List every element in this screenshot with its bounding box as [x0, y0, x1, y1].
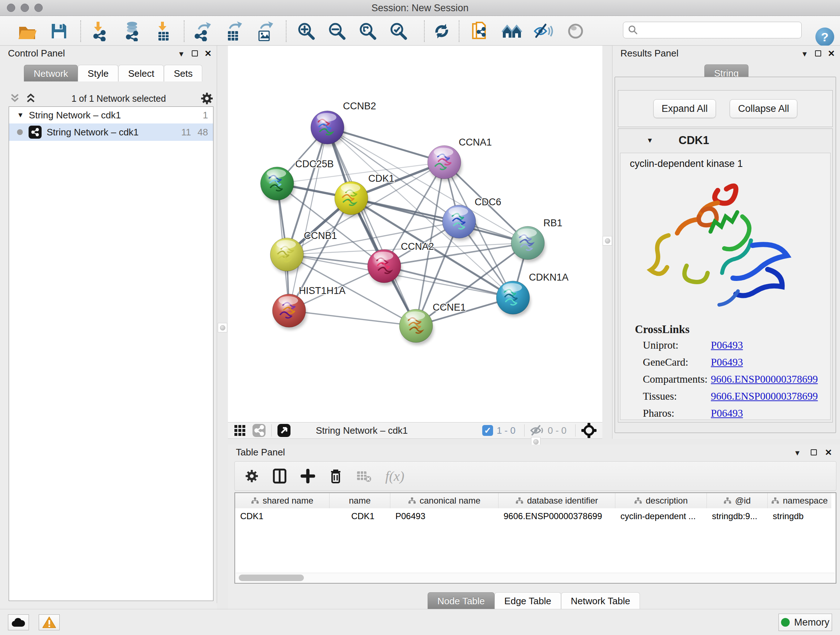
network-collection-row[interactable]: ▼ String Network – cdk1 1	[9, 107, 213, 124]
panel-collapse-icon[interactable]: ▼	[178, 50, 185, 58]
panel-close-icon[interactable]: ✕	[204, 49, 212, 59]
refresh-view-button[interactable]	[431, 21, 452, 42]
vertical-splitter-left[interactable]	[217, 46, 228, 609]
tab-select[interactable]: Select	[118, 65, 164, 81]
network-node-ccna1[interactable]: CCNA1	[428, 137, 492, 181]
export-network-button[interactable]	[192, 21, 213, 42]
panel-close-icon[interactable]: ✕	[825, 448, 832, 458]
show-all-button[interactable]	[565, 21, 586, 42]
crosslink-compartments[interactable]: 9606.ENSP00000378699	[711, 373, 818, 385]
panel-float-icon[interactable]	[815, 50, 821, 57]
scrollbar-thumb[interactable]	[239, 575, 304, 581]
network-node-rb1[interactable]: RB1	[511, 218, 562, 262]
column-header-canonical-name[interactable]: canonical name	[390, 493, 499, 508]
zoom-in-button[interactable]	[296, 21, 317, 42]
import-table-button[interactable]	[153, 21, 174, 42]
share-network-icon[interactable]	[252, 423, 266, 438]
horizontal-scrollbar[interactable]	[236, 573, 835, 582]
tab-network-table[interactable]: Network Table	[561, 592, 640, 609]
horizontal-splitter[interactable]	[228, 439, 840, 445]
network-edge[interactable]	[351, 198, 528, 243]
grid-view-icon[interactable]	[234, 424, 246, 437]
tab-node-table[interactable]: Node Table	[428, 592, 494, 609]
traffic-light-zoom[interactable]	[34, 4, 43, 12]
create-column-icon[interactable]	[301, 469, 315, 483]
traffic-light-close[interactable]	[7, 4, 15, 12]
warning-button[interactable]	[39, 614, 60, 630]
splitter-handle[interactable]	[218, 323, 227, 333]
collapse-all-chevron-icon[interactable]	[25, 93, 37, 104]
network-node-hist1h1a[interactable]: HIST1H1A	[272, 285, 346, 330]
network-edge[interactable]	[289, 310, 416, 326]
export-table-button[interactable]	[223, 21, 244, 42]
collapse-all-button[interactable]: Collapse All	[729, 99, 797, 118]
open-session-button[interactable]	[17, 21, 38, 42]
search-input[interactable]	[638, 25, 794, 35]
entry-collapse-icon[interactable]: ▼	[646, 136, 653, 144]
cell-id[interactable]: stringdb:9...	[707, 508, 767, 524]
panel-collapse-icon[interactable]: ▼	[801, 50, 808, 58]
tab-edge-table[interactable]: Edge Table	[494, 592, 561, 609]
splitter-handle[interactable]	[603, 236, 612, 245]
crosslink-uniprot[interactable]: P06493	[711, 339, 743, 351]
gear-icon[interactable]	[201, 92, 213, 105]
network-node-cdk1[interactable]: CDK1	[335, 173, 394, 217]
cell-name[interactable]: CDK1	[330, 508, 390, 524]
crosslink-label: GeneCard:	[643, 356, 711, 368]
memory-button[interactable]: Memory	[778, 614, 832, 631]
cell-database-identifier[interactable]: 9606.ENSP00000378699	[499, 508, 615, 524]
panel-collapse-icon[interactable]: ▼	[794, 449, 801, 457]
export-image-button[interactable]	[254, 21, 275, 42]
network-edge[interactable]	[289, 127, 327, 310]
network-row[interactable]: String Network – cdk1 11 48	[9, 124, 213, 141]
show-columns-icon[interactable]	[272, 468, 287, 484]
cloud-button[interactable]	[8, 614, 29, 630]
crosslink-genecard[interactable]: P06493	[711, 356, 743, 368]
gear-icon[interactable]	[245, 469, 259, 483]
network-node-ccne1[interactable]: CCNE1	[399, 302, 466, 345]
column-header-database-identifier[interactable]: database identifier	[499, 493, 615, 508]
birdseye-toggle-icon[interactable]	[277, 423, 291, 438]
delete-column-icon[interactable]	[329, 468, 343, 484]
first-neighbors-button[interactable]	[501, 21, 523, 42]
tab-style[interactable]: Style	[78, 65, 118, 81]
crosslink-tissues[interactable]: 9606.ENSP00000378699	[711, 390, 818, 402]
column-header-id[interactable]: @id	[707, 493, 767, 508]
panel-float-icon[interactable]	[811, 449, 817, 455]
column-header-description[interactable]: description	[615, 493, 707, 508]
column-header-shared-name[interactable]: shared name	[235, 493, 330, 508]
zoom-out-button[interactable]	[327, 21, 347, 42]
vertical-splitter-right[interactable]	[602, 46, 613, 439]
cell-namespace[interactable]: stringdb	[767, 508, 831, 524]
panel-close-icon[interactable]: ✕	[828, 49, 835, 59]
tab-network[interactable]: Network	[24, 65, 78, 81]
selected-nodes-checkbox[interactable]: ✓	[482, 425, 493, 436]
panel-float-icon[interactable]	[192, 50, 198, 57]
expand-all-chevron-icon[interactable]	[9, 93, 21, 104]
import-network-database-button[interactable]	[122, 21, 143, 42]
network-canvas[interactable]: CCNB2CCNA1CDC25BCDK1CDC6RB1CCNB1CCNA2CDK…	[228, 46, 602, 422]
toolbar-separator	[184, 20, 185, 42]
traffic-light-minimize[interactable]	[21, 4, 29, 12]
table-row[interactable]: CDK1 CDK1 P06493 9606.ENSP00000378699 cy…	[235, 508, 836, 524]
cell-description[interactable]: cyclin-dependent ...	[615, 508, 707, 524]
cell-canonical-name[interactable]: P06493	[390, 508, 499, 524]
column-header-namespace[interactable]: namespace	[767, 493, 831, 508]
expand-all-button[interactable]: Expand All	[653, 99, 716, 118]
share-document-button[interactable]	[470, 21, 491, 42]
network-node-cdkn1a[interactable]: CDKN1A	[496, 272, 569, 317]
network-node-ccnb1[interactable]: CCNB1	[270, 230, 337, 274]
column-header-name[interactable]: name	[330, 493, 390, 508]
network-graph[interactable]: CCNB2CCNA1CDC25BCDK1CDC6RB1CCNB1CCNA2CDK…	[228, 46, 602, 422]
collection-expand-icon[interactable]: ▼	[17, 111, 24, 119]
save-session-button[interactable]	[49, 21, 69, 42]
import-network-file-button[interactable]	[90, 21, 111, 42]
crosslink-pharos[interactable]: P06493	[711, 407, 743, 419]
cell-shared-name[interactable]: CDK1	[235, 508, 330, 524]
zoom-selected-button[interactable]	[388, 21, 409, 42]
center-view-icon[interactable]	[581, 422, 597, 439]
hide-selected-button[interactable]	[532, 21, 554, 42]
tab-sets[interactable]: Sets	[164, 65, 202, 81]
zoom-fit-button[interactable]	[357, 21, 378, 42]
help-button[interactable]: ?	[815, 27, 834, 46]
